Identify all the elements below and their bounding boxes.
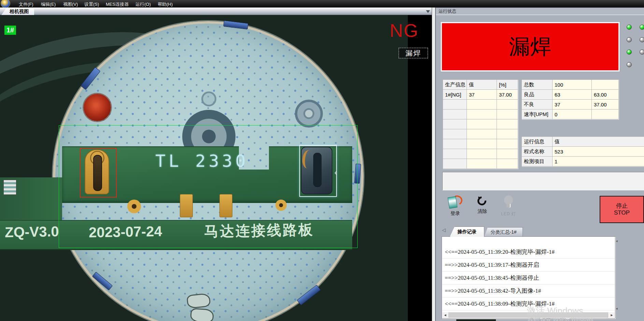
login-label: 登录 (450, 210, 460, 217)
run-info-header: 运行信息 (522, 137, 553, 147)
run-info-header: 值 (553, 137, 644, 147)
table-row (443, 100, 518, 110)
menu-view[interactable]: 视图(V) (63, 1, 78, 8)
silk-version-text: ZQ-V3.0 (5, 223, 59, 241)
led-indicator (640, 49, 644, 55)
table-row (443, 149, 518, 159)
app-window: 文件(F) 编辑(E) 视图(V) 设置(S) MES连接器 运行(O) 帮助(… (0, 0, 644, 321)
stop-label-en: STOP (614, 209, 630, 216)
count-percent (592, 110, 619, 119)
led-indicator (640, 25, 644, 30)
led-indicator (627, 62, 632, 67)
windows-activation-watermark: 激活 Windows (527, 305, 583, 317)
led-indicator (627, 37, 632, 42)
scroll-right-icon[interactable]: ► (609, 312, 615, 318)
run-info-label: 检测项目 (522, 157, 553, 166)
app-logo-icon[interactable] (1, 0, 10, 8)
production-table: 生产信息 值 [%] 1#[NG] 37 37.00 (443, 79, 518, 169)
menu-edit[interactable]: 编辑(E) (41, 1, 56, 8)
resize-grip-icon: ➤ (615, 307, 619, 311)
camera-view-panel[interactable]: TL 2330 ZQ-V3.0 2023-07-24 马达连接线路板 ‹ 1# … (0, 15, 432, 321)
table-row: 良品 63 63.00 (522, 90, 619, 100)
count-label: 总数 (522, 80, 553, 90)
stop-label-cn: 停止 (616, 203, 628, 209)
table-row (443, 110, 518, 119)
table-row: 1#[NG] 37 37.00 (443, 90, 518, 100)
taskbar-peek-strip (456, 319, 496, 321)
tab-camera-view[interactable]: 相机视图 (1, 8, 34, 15)
table-row (443, 129, 518, 139)
panel-splitter[interactable] (432, 8, 436, 321)
production-cell: 37.00 (497, 90, 518, 100)
bearing-circle (295, 100, 323, 128)
chevron-down-icon[interactable] (426, 10, 430, 13)
red-marker-dot (84, 94, 111, 121)
production-cell: 37 (467, 90, 497, 100)
count-value: 100 (553, 80, 592, 90)
log-entry: ==>>2024-05-05_11:39:17-检测器开启 (442, 259, 615, 272)
table-row (443, 119, 518, 129)
count-percent (592, 80, 619, 90)
edge-component (3, 180, 16, 195)
station-badge: 1# (4, 26, 16, 35)
windows-activation-watermark-sub: 转到“设置”以激活 Windows (528, 316, 593, 321)
count-label: 速率[UPM] (522, 110, 553, 119)
led-indicator (627, 25, 632, 30)
table-row: 速率[UPM] 0 (522, 110, 619, 119)
clear-label: 清除 (477, 208, 487, 215)
menu-file[interactable]: 文件(F) (19, 1, 33, 8)
roi-rect-red-defect (80, 148, 117, 198)
led-light-button[interactable]: LED 灯 (496, 195, 521, 219)
count-percent: 63.00 (592, 90, 619, 100)
led-indicator (627, 49, 632, 55)
status-panel-titlebar: 运行状态 (436, 8, 644, 15)
menu-help[interactable]: 帮助(H) (158, 1, 173, 8)
tab-operation-log[interactable]: 操作记录 (450, 227, 484, 237)
camera-tabstrip: 相机视图 (0, 8, 432, 15)
count-value: 63 (553, 90, 592, 100)
menu-run[interactable]: 运行(O) (135, 1, 151, 8)
result-ng-text: NG (390, 20, 419, 41)
menu-settings[interactable]: 设置(S) (84, 1, 99, 8)
bearing-inner (303, 108, 314, 119)
run-info-value: 1 (553, 157, 644, 166)
defect-label-tag: 漏焊 (399, 48, 428, 58)
log-entry: ==>>2024-05-05_11:38:42-导入图像-1# (442, 284, 615, 297)
production-header-cell: 值 (467, 80, 497, 90)
small-hole (201, 91, 216, 106)
stop-button[interactable]: 停止 STOP (600, 196, 644, 223)
menu-mes-connector[interactable]: MES连接器 (106, 1, 129, 8)
login-badge-icon (447, 195, 463, 209)
production-cell: 1#[NG] (443, 90, 467, 100)
log-entry: <<==2024-05-05_11:39:20-检测完毕-漏焊-1# (442, 246, 615, 259)
login-button[interactable]: 登录 (444, 195, 466, 219)
count-label: 良品 (522, 90, 553, 100)
run-info-label: 程式名称 (522, 147, 553, 157)
clear-button[interactable]: 清除 (472, 195, 492, 219)
roi-rect-highlight (299, 145, 337, 197)
count-percent: 37.00 (592, 100, 619, 110)
status-panel-title: 运行状态 (439, 8, 456, 14)
led-light-label: LED 灯 (501, 211, 516, 217)
lightbulb-icon (503, 195, 514, 209)
message-field[interactable] (442, 172, 644, 190)
count-value: 37 (553, 100, 592, 110)
count-label: 不良 (522, 100, 553, 110)
alarm-display: 漏焊 (442, 23, 618, 70)
roi-pointer-mark: ‹ (334, 169, 337, 176)
table-row: 不良 37 37.00 (522, 100, 619, 110)
table-row (443, 159, 518, 169)
alarm-frame: 漏焊 (440, 21, 620, 72)
clear-refresh-icon (476, 195, 488, 207)
count-table: 总数 100 良品 63 63.00 不良 37 37.00 速率[UPM] 0 (521, 79, 619, 119)
count-value: 0 (553, 110, 592, 119)
tab-summary-1[interactable]: 分类汇总-1# (484, 227, 523, 237)
led-indicator (640, 37, 644, 42)
table-row: 检测项目 1 (522, 157, 644, 166)
log-entry: ==>>2024-05-05_11:38:45-检测器停止 (442, 272, 615, 284)
resize-grip-icon: ➤ (615, 239, 619, 243)
scroll-left-icon[interactable]: ◄ (442, 312, 448, 318)
tab-scroll-left-icon[interactable]: ◁ (442, 227, 446, 233)
menu-bar: 文件(F) 编辑(E) 视图(V) 设置(S) MES连接器 运行(O) 帮助(… (0, 0, 644, 8)
production-header-cell: [%] (497, 80, 518, 90)
